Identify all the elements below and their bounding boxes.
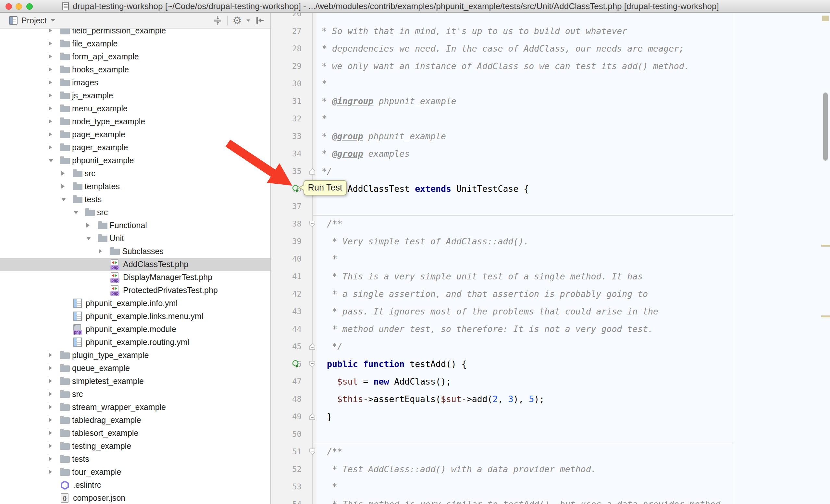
chevron-expanded-icon[interactable]: [49, 159, 53, 162]
code-line-39[interactable]: 39 * Very simple test of AddClass::add()…: [271, 233, 830, 250]
chevron-collapsed-icon[interactable]: [49, 41, 52, 46]
code-line-43[interactable]: 43 * pass. It ignores most of the proble…: [271, 303, 830, 320]
minimize-button[interactable]: [15, 3, 22, 10]
tree-item-phpunit-example-links-menu-yml[interactable]: phpunit_example.links.menu.yml: [0, 310, 271, 323]
hide-panel-icon[interactable]: [255, 15, 264, 25]
code-line-41[interactable]: 41 * This is a very simple unit test of …: [271, 268, 830, 285]
tree-item-images[interactable]: images: [0, 76, 271, 89]
editor-scrollbar[interactable]: [823, 93, 828, 161]
chevron-collapsed-icon[interactable]: [49, 67, 52, 72]
chevron-collapsed-icon[interactable]: [99, 249, 102, 254]
chevron-collapsed-icon[interactable]: [49, 145, 52, 149]
tree-item-plugin-type-example[interactable]: plugin_type_example: [0, 348, 271, 362]
tree-item--eslintrc[interactable]: .eslintrc: [0, 478, 271, 491]
tree-item-phpunit-example-routing-yml[interactable]: phpunit_example.routing.yml: [0, 336, 271, 348]
code-line-26[interactable]: 26: [271, 13, 830, 23]
zoom-button[interactable]: [26, 3, 33, 10]
tree-item-tests[interactable]: tests: [0, 452, 271, 465]
tree-item-tour-example[interactable]: tour_example: [0, 465, 271, 478]
warning-stripe-mark[interactable]: [822, 15, 829, 21]
chevron-collapsed-icon[interactable]: [49, 353, 52, 357]
code-line-38[interactable]: 38 /**: [271, 215, 830, 233]
chevron-collapsed-icon[interactable]: [49, 80, 52, 85]
chevron-collapsed-icon[interactable]: [61, 171, 65, 175]
chevron-collapsed-icon[interactable]: [49, 106, 52, 111]
warning-stripe-mark[interactable]: [821, 245, 830, 247]
code-line-29[interactable]: 29 * we only want an instance of AddClas…: [271, 58, 830, 75]
fold-marker-up-icon[interactable]: [309, 413, 316, 420]
chevron-collapsed-icon[interactable]: [49, 392, 52, 396]
code-line-53[interactable]: 53 *: [271, 478, 830, 496]
warning-stripe-mark[interactable]: [821, 315, 830, 317]
chevron-expanded-icon[interactable]: [61, 198, 66, 201]
code-line-31[interactable]: 31 * @ingroup phpunit_example: [271, 93, 830, 110]
chevron-expanded-icon[interactable]: [74, 211, 78, 214]
project-view-selector[interactable]: Project: [9, 13, 55, 28]
tree-item-queue-example[interactable]: queue_example: [0, 362, 271, 374]
chevron-collapsed-icon[interactable]: [49, 405, 52, 409]
tree-item-tablesort-example[interactable]: tablesort_example: [0, 427, 271, 439]
code-line-36[interactable]: 36class AddClassTest extends UnitTestCas…: [271, 180, 830, 198]
tree-item-stream-wrapper-example[interactable]: stream_wrapper_example: [0, 401, 271, 413]
code-line-33[interactable]: 33 * @group phpunit_example: [271, 128, 830, 145]
tree-item-js-example[interactable]: js_example: [0, 89, 271, 102]
run-test-icon[interactable]: [292, 360, 300, 368]
tree-item-composer-json[interactable]: {}composer.json: [0, 491, 271, 504]
code-line-32[interactable]: 32 *: [271, 110, 830, 128]
tree-item-phpunit-example-info-yml[interactable]: phpunit_example.info.yml: [0, 297, 271, 310]
chevron-collapsed-icon[interactable]: [49, 379, 52, 383]
tree-item-src[interactable]: src: [0, 388, 271, 401]
tree-item-displaymanagertest-php[interactable]: phpDisplayManagerTest.php: [0, 271, 271, 283]
tree-item-src[interactable]: src: [0, 206, 271, 219]
tree-item-unit[interactable]: Unit: [0, 232, 271, 245]
chevron-collapsed-icon[interactable]: [49, 457, 52, 461]
tree-item-functional[interactable]: Functional: [0, 219, 271, 232]
tree-item-hooks-example[interactable]: hooks_example: [0, 63, 271, 76]
code-line-45[interactable]: 45 */: [271, 338, 830, 356]
fold-marker-up-icon[interactable]: [309, 343, 316, 350]
tree-item-tabledrag-example[interactable]: tabledrag_example: [0, 413, 271, 427]
code-line-51[interactable]: 51 /**: [271, 443, 830, 461]
close-button[interactable]: [5, 3, 12, 10]
chevron-collapsed-icon[interactable]: [49, 132, 52, 137]
code-line-47[interactable]: 47 $sut = new AddClass();: [271, 373, 830, 391]
chevron-collapsed-icon[interactable]: [49, 119, 52, 124]
chevron-collapsed-icon[interactable]: [49, 93, 52, 98]
code-line-54[interactable]: 54 * This method is very similar to test…: [271, 496, 830, 504]
fold-marker-down-icon[interactable]: [309, 361, 316, 368]
code-line-42[interactable]: 42 * a single assertion, and that assert…: [271, 285, 830, 303]
tree-item-menu-example[interactable]: menu_example: [0, 102, 271, 115]
code-line-48[interactable]: 48 $this->assertEquals($sut->add(2, 3), …: [271, 391, 830, 408]
chevron-collapsed-icon[interactable]: [49, 444, 52, 448]
chevron-expanded-icon[interactable]: [86, 237, 91, 240]
chevron-collapsed-icon[interactable]: [49, 470, 52, 474]
tree-item-phpunit-example-module[interactable]: phpphpunit_example.module: [0, 323, 271, 336]
code-line-35[interactable]: 35 */: [271, 163, 830, 180]
code-line-46[interactable]: 46 public function testAdd() {: [271, 356, 830, 373]
collapse-all-icon[interactable]: [213, 15, 223, 25]
code-line-49[interactable]: 49 }: [271, 408, 830, 426]
chevron-collapsed-icon[interactable]: [86, 223, 90, 228]
chevron-collapsed-icon[interactable]: [61, 184, 65, 189]
chevron-collapsed-icon[interactable]: [49, 366, 52, 370]
tree-item-testing-example[interactable]: testing_example: [0, 439, 271, 452]
code-editor[interactable]: 2627 * So with that in mind, it's up to …: [271, 13, 830, 504]
tree-item-node-type-example[interactable]: node_type_example: [0, 115, 271, 128]
fold-marker-down-icon[interactable]: [309, 448, 316, 455]
tree-item-protectedprivatestest-php[interactable]: phpProtectedPrivatesTest.php: [0, 283, 271, 297]
tree-item-simpletest-example[interactable]: simpletest_example: [0, 374, 271, 388]
gear-chevron-icon[interactable]: [246, 20, 250, 22]
code-line-34[interactable]: 34 * @group examples: [271, 145, 830, 163]
code-line-37[interactable]: 37: [271, 198, 830, 215]
tree-item-addclasstest-php[interactable]: phpAddClassTest.php: [0, 258, 271, 271]
code-line-50[interactable]: 50: [271, 426, 830, 443]
chevron-collapsed-icon[interactable]: [49, 418, 52, 422]
tree-item-file-example[interactable]: file_example: [0, 37, 271, 50]
tree-item-subclasses[interactable]: Subclasses: [0, 245, 271, 258]
chevron-collapsed-icon[interactable]: [49, 54, 52, 59]
fold-marker-down-icon[interactable]: [309, 221, 316, 228]
code-line-28[interactable]: 28 * dependencies we need. In the case o…: [271, 40, 830, 58]
code-line-44[interactable]: 44 * method under test, so therefore: It…: [271, 320, 830, 338]
chevron-collapsed-icon[interactable]: [49, 28, 52, 33]
tree-item-tests[interactable]: tests: [0, 193, 271, 206]
